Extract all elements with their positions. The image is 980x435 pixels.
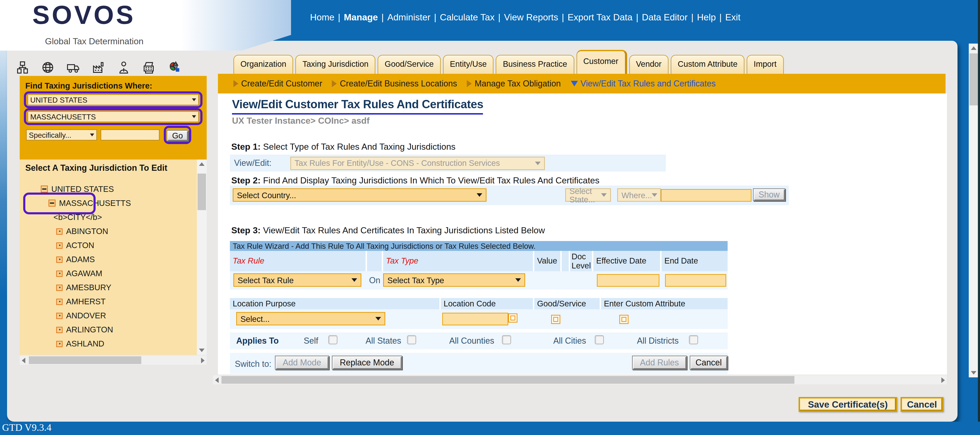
custom-attribute-lookup-icon[interactable]	[619, 315, 628, 324]
scroll-left-arrow[interactable]	[215, 377, 219, 383]
nav-view-reports[interactable]: View Reports	[504, 12, 558, 22]
save-certificates-button[interactable]: Save Certificate(s)	[799, 397, 897, 412]
tab-import[interactable]: Import	[746, 55, 784, 74]
tab-business-practice[interactable]: Business Practice	[496, 55, 574, 74]
nav-manage[interactable]: Manage	[344, 12, 378, 22]
add-rules-button[interactable]: Add Rules	[632, 356, 687, 370]
state-filter-select[interactable]: Select State...	[565, 188, 611, 202]
tab-customer[interactable]: Customer	[576, 50, 627, 74]
step2-text: Find And Display Taxing Jurisdictions In…	[263, 176, 600, 186]
tree-node-city-group[interactable]: <b>CITY</b>	[20, 210, 196, 224]
tree-node-massachusetts[interactable]: MASSACHUSETTS	[20, 196, 196, 210]
all-cities-checkbox[interactable]	[595, 335, 604, 345]
page-vertical-scrollbar[interactable]	[969, 44, 978, 377]
subnav-label: View/Edit Tax Rules and Certificates	[581, 79, 716, 89]
tree-node-arlington[interactable]: ARLINGTON	[20, 322, 196, 337]
leaf-icon	[56, 341, 62, 347]
subnav-manage-tax-obligation[interactable]: Manage Tax Obligation	[467, 79, 561, 89]
all-districts-checkbox[interactable]	[689, 335, 698, 345]
globe-icon[interactable]	[41, 60, 55, 75]
tree-node-agawam[interactable]: AGAWAM	[20, 266, 196, 280]
footer-cancel-button[interactable]: Cancel	[900, 397, 943, 412]
subnav-view-edit-tax-rules[interactable]: View/Edit Tax Rules and Certificates	[571, 79, 716, 89]
tab-organization[interactable]: Organization	[234, 55, 293, 74]
all-states-checkbox[interactable]	[407, 335, 416, 345]
collapse-icon[interactable]	[41, 186, 48, 192]
location-purpose-select[interactable]: Select...	[236, 312, 385, 325]
tree-node-acton[interactable]: ACTON	[20, 238, 196, 252]
scroll-down-arrow[interactable]	[971, 371, 977, 375]
effective-date-input[interactable]	[597, 274, 659, 287]
jurisdiction-filter-input[interactable]	[661, 189, 751, 202]
tree-vertical-scrollbar[interactable]	[197, 160, 207, 355]
nav-exit[interactable]: Exit	[725, 12, 740, 22]
main-content: View/Edit Customer Tax Rules And Certifi…	[218, 94, 947, 375]
tab-entity-use[interactable]: Entity/Use	[443, 55, 494, 74]
country-select[interactable]: UNITED STATES	[27, 94, 199, 105]
scrollbar-thumb[interactable]	[969, 53, 978, 105]
view-edit-select[interactable]: Tax Rules For Entity/Use - CONS - Constr…	[290, 157, 545, 170]
tree-node-adams[interactable]: ADAMS	[20, 252, 196, 266]
country-filter-select[interactable]: Select Country...	[233, 188, 487, 202]
where-filter-select[interactable]: Where...	[617, 188, 661, 202]
replace-mode-button[interactable]: Replace Mode	[332, 356, 402, 370]
col-enter-custom-attribute: Enter Custom Attribute	[601, 298, 728, 309]
tax-rule-select[interactable]: Select Tax Rule	[234, 273, 361, 287]
scroll-right-arrow[interactable]	[201, 358, 205, 363]
cancel-rules-button[interactable]: Cancel	[690, 356, 728, 370]
scroll-left-arrow[interactable]	[22, 358, 25, 363]
org-hierarchy-icon[interactable]	[16, 60, 30, 75]
tree-node-amherst[interactable]: AMHERST	[20, 294, 196, 308]
tab-taxing-jurisdiction[interactable]: Taxing Jurisdiction	[296, 55, 375, 74]
nav-calculate-tax[interactable]: Calculate Tax	[440, 12, 495, 22]
table-column-headers: Tax Rule Tax Type Value Doc Level Effect…	[230, 251, 728, 271]
chevron-down-icon	[515, 278, 521, 282]
collapse-icon[interactable]	[49, 200, 56, 206]
end-date-input[interactable]	[665, 274, 726, 287]
scroll-right-arrow[interactable]	[941, 377, 945, 383]
subnav-create-edit-customer[interactable]: Create/Edit Customer	[234, 79, 322, 89]
tab-good-service[interactable]: Good/Service	[378, 55, 441, 74]
good-service-lookup-icon[interactable]	[551, 315, 560, 324]
scrollbar-thumb[interactable]	[221, 376, 794, 384]
chevron-down-icon	[601, 193, 607, 197]
specifically-select[interactable]: Specifically...	[26, 129, 97, 141]
location-code-input[interactable]	[442, 313, 508, 325]
sidebar-horizontal-scrollbar[interactable]	[20, 356, 207, 365]
add-mode-button[interactable]: Add Mode	[275, 356, 329, 370]
legend-chart-icon[interactable]	[167, 60, 181, 75]
tab-vendor[interactable]: Vendor	[629, 55, 668, 74]
state-select[interactable]: MASSACHUSETTS	[27, 111, 199, 122]
go-button[interactable]: Go	[167, 130, 188, 141]
step1-label: Step 1:	[231, 142, 261, 152]
register-icon[interactable]	[142, 60, 156, 75]
country-filter-value: Select Country...	[237, 191, 296, 199]
tax-type-select[interactable]: Select Tax Type	[383, 273, 525, 287]
tree-node-united-states[interactable]: UNITED STATES	[20, 182, 196, 196]
self-checkbox[interactable]	[328, 335, 337, 345]
nav-home[interactable]: Home	[310, 12, 334, 22]
subnav-create-edit-business-locations[interactable]: Create/Edit Business Locations	[332, 79, 457, 89]
scroll-up-arrow[interactable]	[199, 162, 205, 166]
show-button[interactable]: Show	[753, 188, 785, 201]
scrollbar-thumb[interactable]	[29, 356, 141, 364]
person-icon[interactable]	[117, 60, 131, 75]
content-horizontal-scrollbar[interactable]	[213, 375, 947, 384]
truck-icon[interactable]	[66, 60, 80, 75]
tree-node-andover[interactable]: ANDOVER	[20, 308, 196, 322]
nav-help[interactable]: Help	[697, 12, 716, 22]
factory-icon[interactable]	[91, 60, 105, 75]
scrollbar-thumb[interactable]	[197, 173, 206, 210]
location-code-lookup-icon[interactable]	[508, 313, 517, 322]
jurisdiction-search-input[interactable]	[100, 129, 159, 141]
tab-custom-attribute[interactable]: Custom Attribute	[671, 55, 745, 74]
nav-data-editor[interactable]: Data Editor	[642, 12, 687, 22]
all-counties-checkbox[interactable]	[502, 335, 511, 345]
tree-node-amesbury[interactable]: AMESBURY	[20, 280, 196, 294]
tree-node-ashland[interactable]: ASHLAND	[20, 337, 196, 351]
scroll-down-arrow[interactable]	[199, 349, 205, 352]
scroll-up-arrow[interactable]	[971, 46, 977, 50]
tree-node-abington[interactable]: ABINGTON	[20, 224, 196, 238]
nav-administer[interactable]: Administer	[387, 12, 431, 22]
nav-export-tax-data[interactable]: Export Tax Data	[568, 12, 633, 22]
